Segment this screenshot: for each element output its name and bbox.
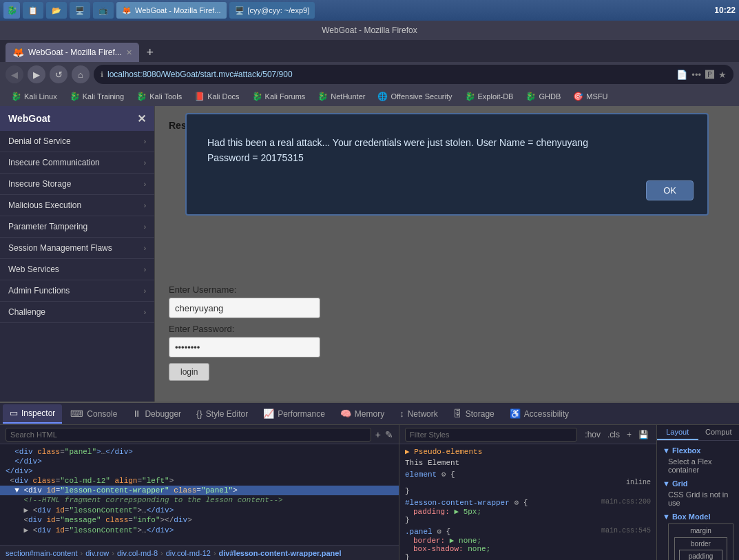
sidebar-item-admin-functions[interactable]: Admin Functions ›: [0, 280, 154, 302]
browser-tab-webgoat[interactable]: 🦊 WebGoat - Mozilla Firef... ✕: [6, 43, 139, 62]
bookmark-ghdb[interactable]: 🐉 GHDB: [520, 89, 566, 104]
tab-title: WebGoat - Mozilla Firef...: [28, 48, 122, 57]
sidebar-item-parameter-tampering[interactable]: Parameter Tampering ›: [0, 216, 154, 238]
devtools-tab-style-editor[interactable]: {} Style Editor: [189, 404, 255, 424]
devtools-tab-performance[interactable]: 📈 Performance: [256, 404, 332, 424]
css-rule-panel: .panel ⚙ { main.css:545 border: ▶ none; …: [405, 527, 651, 560]
browser-window: WebGoat - Mozilla Firefox 🦊 WebGoat - Mo…: [0, 21, 739, 560]
chevron-right-icon: ›: [144, 223, 146, 231]
border-label: border: [691, 540, 711, 548]
pocket-icon[interactable]: 🅿: [705, 70, 714, 80]
devtools-tab-console[interactable]: ⌨ Console: [63, 404, 124, 424]
new-tab-button[interactable]: +: [140, 43, 160, 62]
layout-content: ▼ Flexbox Select a Flex container ▼ Grid…: [657, 441, 739, 560]
html-search-input[interactable]: [6, 428, 371, 442]
modal-text: Had this been a real attack... Your cred…: [207, 135, 687, 166]
bookmark-kali-tools[interactable]: 🐉 Kali Tools: [131, 89, 187, 104]
url-bar[interactable]: ℹ localhost:8080/WebGoat/start.mvc#attac…: [94, 65, 733, 84]
html-line: </div>: [0, 457, 399, 466]
username-input[interactable]: [169, 298, 320, 318]
sidebar-item-insecure-storage[interactable]: Insecure Storage ›: [0, 174, 154, 195]
layout-tab-computed[interactable]: Comput: [698, 425, 740, 440]
devtools-tab-inspector[interactable]: ▭ Inspector: [3, 404, 62, 424]
browser-title: WebGoat - Mozilla Firefox: [322, 25, 417, 35]
html-content: <div class="panel">…</div> </div> </div>…: [0, 444, 399, 545]
sidebar-item-session-management[interactable]: Session Management Flaws ›: [0, 238, 154, 259]
css-this-element: This Element: [405, 459, 651, 467]
taskbar-firefox-label: WebGoat - Mozilla Firef...: [135, 6, 221, 14]
taskbar: 🐉 📋 📂 🖥️ 📺 🦊 WebGoat - Mozilla Firef... …: [0, 0, 739, 21]
modal-dialog: Had this been a real attack... Your cred…: [185, 113, 709, 216]
box-model-section-title: ▼ Box Model: [663, 512, 733, 521]
sidebar-title: WebGoat: [8, 113, 50, 124]
reader-view-icon[interactable]: 📄: [676, 70, 687, 80]
devtools-panel: ▭ Inspector ⌨ Console ⏸ Debugger {} Styl…: [0, 402, 739, 560]
layout-tab-layout[interactable]: Layout: [657, 425, 698, 440]
bookmark-offensive-security[interactable]: 🌐 Offensive Security: [372, 89, 457, 104]
html-line: </div>: [0, 466, 399, 476]
breadcrumb-col-md-12[interactable]: div.col-md-12: [166, 549, 211, 557]
devtools-tab-storage[interactable]: 🗄 Storage: [446, 404, 501, 424]
forward-button[interactable]: ▶: [28, 65, 45, 83]
sidebar-item-insecure-communication[interactable]: Insecure Communication ›: [0, 152, 154, 174]
bookmark-nethunter[interactable]: 🐉 NetHunter: [312, 89, 371, 104]
pseudo-expand[interactable]: ▶: [405, 448, 414, 456]
bookmark-kali-linux[interactable]: 🐉 Kali Linux: [6, 89, 63, 104]
taskbar-item-firefox[interactable]: 🦊 WebGoat - Mozilla Firef...: [116, 2, 227, 19]
bookmark-msfu[interactable]: 🎯 MSFU: [568, 89, 613, 104]
password-label: Enter Password:: [169, 324, 725, 334]
devtools-tab-memory[interactable]: 🧠 Memory: [333, 404, 391, 424]
modal-ok-button[interactable]: OK: [646, 180, 694, 200]
add-rule-button[interactable]: +: [625, 429, 634, 440]
devtools-tab-debugger[interactable]: ⏸ Debugger: [125, 404, 188, 424]
taskbar-item-terminal2[interactable]: 🖥️ [cyy@cyy: ~/exp9]: [229, 2, 315, 19]
username-label: Enter Username:: [169, 284, 725, 295]
css-toolbar: :hov .cls + 💾: [399, 425, 656, 444]
sidebar-item-web-services[interactable]: Web Services ›: [0, 259, 154, 280]
url-bar-actions: 📄 ••• 🅿 ★: [676, 70, 727, 80]
password-input[interactable]: [169, 337, 320, 357]
hov-button[interactable]: :hov: [583, 429, 603, 440]
devtools-tabs-bar: ▭ Inspector ⌨ Console ⏸ Debugger {} Styl…: [0, 403, 739, 425]
taskbar-item-desktop[interactable]: 📋: [23, 2, 43, 19]
sidebar-item-malicious-execution[interactable]: Malicious Execution ›: [0, 195, 154, 216]
breadcrumb-row[interactable]: div.row: [85, 549, 109, 557]
reload-button[interactable]: ↺: [50, 65, 67, 83]
tab-close-button[interactable]: ✕: [126, 48, 132, 57]
css-filter-input[interactable]: [405, 428, 577, 442]
taskbar-item-terminal[interactable]: 🖥️: [70, 2, 90, 19]
collapse-icon: ▼: [663, 479, 670, 488]
bookmark-kali-docs[interactable]: 📕 Kali Docs: [189, 89, 244, 104]
save-button[interactable]: 💾: [636, 429, 651, 440]
pick-element-button[interactable]: ✎: [385, 429, 393, 440]
bookmark-exploit-db[interactable]: 🐉 Exploit-DB: [459, 89, 519, 104]
breadcrumb-bar: section#main-content › div.row › div.col…: [0, 545, 399, 560]
bookmark-kali-forums[interactable]: 🐉 Kali Forums: [247, 89, 311, 104]
tab-favicon: 🦊: [12, 47, 24, 58]
cls-button[interactable]: .cls: [605, 429, 622, 440]
bookmark-star-icon[interactable]: ★: [718, 70, 727, 80]
sidebar-close-button[interactable]: ✕: [137, 112, 146, 125]
breadcrumb-section[interactable]: section#main-content: [6, 549, 78, 557]
taskbar-item-files[interactable]: 📂: [46, 2, 67, 19]
breadcrumb-active[interactable]: div#lesson-content-wrapper.panel: [219, 549, 342, 557]
css-panel: :hov .cls + 💾 ▶ Pseudo-elements This Ele: [399, 425, 656, 560]
html-line: ▶ <div id="lessonContent">…</div>: [0, 505, 399, 515]
home-button[interactable]: ⌂: [72, 65, 90, 83]
more-options-icon[interactable]: •••: [691, 70, 701, 80]
chevron-right-icon: ›: [144, 309, 146, 316]
sidebar-item-challenge[interactable]: Challenge ›: [0, 302, 154, 323]
taskbar-item-icon4[interactable]: 📺: [93, 2, 114, 19]
login-button[interactable]: login: [169, 363, 209, 381]
add-node-button[interactable]: +: [375, 429, 381, 440]
breadcrumb-col-md-8[interactable]: div.col-md-8: [117, 549, 158, 557]
html-line-selected[interactable]: ▼ <div id="lesson-content-wrapper" class…: [0, 486, 399, 495]
chevron-right-icon: ›: [144, 245, 146, 252]
back-button[interactable]: ◀: [6, 65, 23, 83]
devtools-tab-network[interactable]: ↕ Network: [393, 404, 445, 424]
taskbar-logo[interactable]: 🐉: [3, 2, 20, 19]
sidebar-item-denial-of-service[interactable]: Denial of Service ›: [0, 131, 154, 152]
html-line: <!--HTML fragment correpsponding to the …: [0, 495, 399, 505]
devtools-tab-accessibility[interactable]: ♿ Accessibility: [503, 404, 576, 424]
bookmark-kali-training[interactable]: 🐉 Kali Training: [64, 89, 130, 104]
